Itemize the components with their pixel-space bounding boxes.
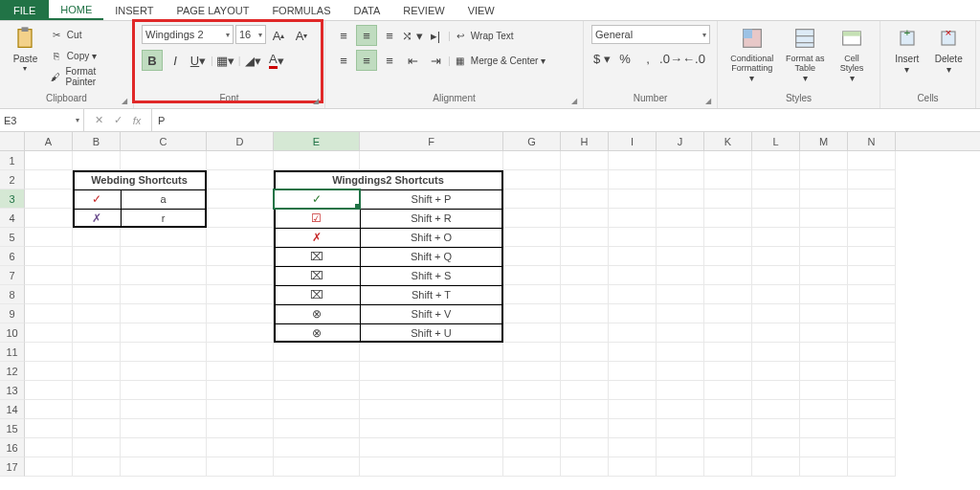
cell[interactable] bbox=[609, 247, 657, 266]
cell[interactable] bbox=[207, 247, 274, 266]
cell[interactable] bbox=[73, 323, 121, 343]
cell[interactable] bbox=[657, 419, 704, 438]
indent-button[interactable]: ⇥ bbox=[425, 50, 446, 71]
cell[interactable] bbox=[848, 438, 896, 457]
col-header[interactable]: H bbox=[561, 132, 609, 150]
cell[interactable] bbox=[704, 228, 752, 247]
cell[interactable] bbox=[800, 285, 848, 304]
cell[interactable] bbox=[25, 247, 73, 266]
cell[interactable] bbox=[25, 170, 73, 189]
cell[interactable] bbox=[73, 285, 121, 304]
cell[interactable]: Shift + P bbox=[360, 189, 503, 209]
cell[interactable] bbox=[848, 170, 896, 189]
row-header[interactable]: 9 bbox=[0, 304, 25, 323]
cell[interactable] bbox=[73, 228, 121, 247]
cell[interactable] bbox=[561, 457, 609, 477]
cell[interactable] bbox=[704, 419, 752, 438]
cell[interactable] bbox=[207, 285, 274, 304]
cell[interactable] bbox=[704, 266, 752, 285]
cell[interactable] bbox=[274, 343, 360, 362]
cell[interactable] bbox=[121, 419, 207, 438]
cell[interactable] bbox=[752, 457, 800, 477]
align-right-button[interactable]: ≡ bbox=[379, 50, 400, 71]
cell[interactable] bbox=[207, 304, 274, 323]
cell[interactable] bbox=[25, 209, 73, 228]
cell[interactable] bbox=[207, 209, 274, 228]
cell[interactable] bbox=[561, 228, 609, 247]
cell[interactable] bbox=[848, 419, 896, 438]
cell[interactable] bbox=[25, 323, 73, 343]
cell[interactable] bbox=[561, 170, 609, 189]
cell[interactable] bbox=[704, 457, 752, 477]
cell[interactable] bbox=[752, 247, 800, 266]
select-all-corner[interactable] bbox=[0, 132, 25, 150]
cell[interactable] bbox=[800, 343, 848, 362]
cell[interactable] bbox=[848, 343, 896, 362]
tab-review[interactable]: REVIEW bbox=[391, 0, 456, 20]
row-header[interactable]: 14 bbox=[0, 400, 25, 419]
cell[interactable] bbox=[207, 362, 274, 381]
cancel-icon[interactable]: ✕ bbox=[90, 114, 107, 126]
cell[interactable]: ⌧ bbox=[274, 266, 360, 285]
cell[interactable] bbox=[561, 189, 609, 209]
cell[interactable] bbox=[848, 304, 896, 323]
cell[interactable] bbox=[657, 228, 704, 247]
cell[interactable] bbox=[207, 151, 274, 170]
cell[interactable] bbox=[609, 170, 657, 189]
cell[interactable] bbox=[503, 457, 561, 477]
tab-home[interactable]: HOME bbox=[49, 0, 103, 20]
cell[interactable] bbox=[752, 343, 800, 362]
cell[interactable] bbox=[800, 400, 848, 419]
decrease-decimal-button[interactable]: ←.0 bbox=[683, 48, 704, 69]
cell[interactable] bbox=[609, 419, 657, 438]
cell[interactable] bbox=[274, 362, 360, 381]
cell[interactable] bbox=[752, 304, 800, 323]
align-middle-button[interactable]: ≡ bbox=[356, 25, 377, 46]
cell[interactable] bbox=[561, 381, 609, 400]
cell[interactable] bbox=[360, 438, 503, 457]
row-header[interactable]: 1 bbox=[0, 151, 25, 170]
cell[interactable] bbox=[848, 381, 896, 400]
italic-button[interactable]: I bbox=[165, 50, 186, 71]
cell[interactable]: Shift + Q bbox=[360, 247, 503, 266]
cell[interactable] bbox=[752, 228, 800, 247]
cell[interactable] bbox=[704, 170, 752, 189]
cell[interactable] bbox=[25, 362, 73, 381]
cell[interactable] bbox=[657, 151, 704, 170]
cell[interactable] bbox=[25, 285, 73, 304]
dialog-launcher-icon[interactable]: ◢ bbox=[571, 97, 581, 106]
cell[interactable]: ✓ bbox=[274, 189, 360, 209]
cell[interactable] bbox=[561, 343, 609, 362]
cell[interactable] bbox=[848, 362, 896, 381]
row-header[interactable]: 5 bbox=[0, 228, 25, 247]
cell[interactable] bbox=[503, 419, 561, 438]
cell[interactable] bbox=[704, 247, 752, 266]
col-header[interactable]: C bbox=[121, 132, 207, 150]
borders-button[interactable]: ▦ ▾ bbox=[215, 50, 236, 71]
cell[interactable] bbox=[800, 438, 848, 457]
col-header[interactable]: K bbox=[704, 132, 752, 150]
insert-cells-button[interactable]: +Insert ▾ bbox=[888, 25, 926, 92]
cell[interactable] bbox=[752, 381, 800, 400]
cell[interactable] bbox=[561, 285, 609, 304]
cell[interactable] bbox=[503, 285, 561, 304]
cell[interactable] bbox=[609, 228, 657, 247]
cell[interactable] bbox=[25, 419, 73, 438]
cell[interactable] bbox=[657, 247, 704, 266]
cell[interactable] bbox=[207, 457, 274, 477]
format-as-table-button[interactable]: Format as Table ▾ bbox=[782, 25, 828, 92]
cell[interactable] bbox=[503, 170, 561, 189]
row-header[interactable]: 7 bbox=[0, 266, 25, 285]
cell[interactable]: ⌧ bbox=[274, 285, 360, 304]
cell[interactable] bbox=[609, 209, 657, 228]
cell[interactable] bbox=[73, 419, 121, 438]
percent-button[interactable]: % bbox=[614, 48, 635, 69]
dialog-launcher-icon[interactable]: ◢ bbox=[313, 97, 323, 106]
grow-font-button[interactable]: A▴ bbox=[268, 25, 289, 46]
cell[interactable] bbox=[609, 362, 657, 381]
comma-button[interactable]: , bbox=[637, 48, 658, 69]
cell[interactable]: Shift + S bbox=[360, 266, 503, 285]
cell[interactable] bbox=[503, 209, 561, 228]
cell[interactable] bbox=[657, 381, 704, 400]
cell[interactable] bbox=[121, 457, 207, 477]
